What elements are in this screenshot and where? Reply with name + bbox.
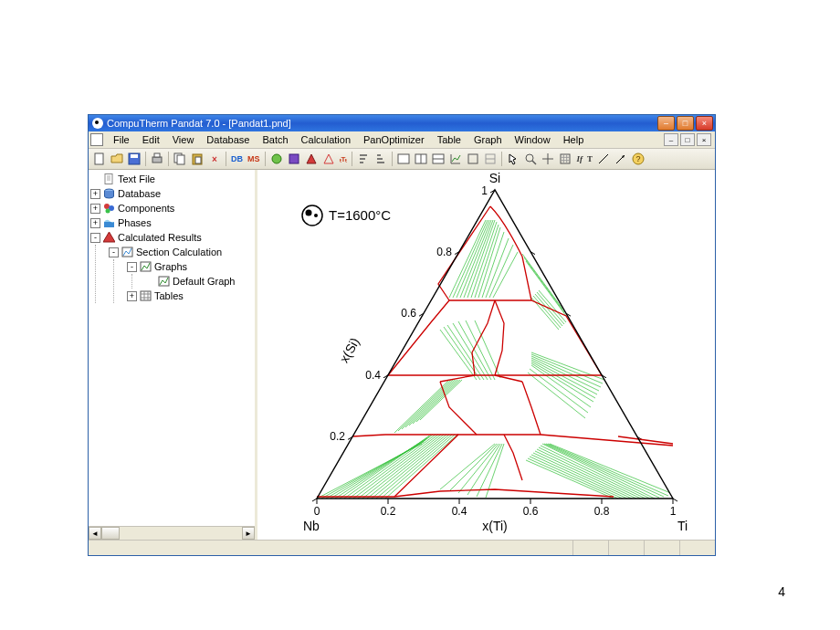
if-button[interactable]: If [574, 151, 584, 167]
svg-rect-6 [177, 155, 184, 164]
mdi-maximize-button[interactable]: □ [680, 133, 695, 146]
grid-icon[interactable] [557, 151, 573, 167]
svg-text:0.8: 0.8 [594, 505, 610, 518]
expand-icon[interactable]: + [90, 218, 100, 228]
menu-batch[interactable]: Batch [256, 133, 294, 146]
window-icon-1[interactable] [395, 151, 412, 167]
menu-window[interactable]: Window [509, 133, 557, 146]
chart-pane[interactable]: T=1600°C Si Nb Ti x(Ti) x(Si) [257, 170, 715, 540]
mdi-close-button[interactable]: × [697, 133, 711, 146]
tree-pane[interactable]: Text File + Database + Components + Phas… [89, 170, 257, 540]
collapse-icon[interactable]: - [127, 262, 137, 272]
svg-rect-3 [152, 157, 162, 163]
menu-help[interactable]: Help [557, 133, 591, 146]
help-icon[interactable]: ? [630, 151, 646, 167]
components-icon [103, 203, 115, 214]
t-button[interactable]: T [585, 151, 594, 167]
sort-icon[interactable] [355, 151, 372, 167]
svg-rect-28 [105, 174, 112, 184]
window-icon-2[interactable] [413, 151, 429, 167]
paste-icon[interactable] [189, 151, 205, 167]
collapse-icon[interactable]: - [109, 247, 119, 257]
svg-line-103 [449, 444, 497, 491]
tree-label: Phases [118, 217, 152, 228]
tree-node-section-calculation[interactable]: - Section Calculation [109, 245, 255, 259]
maximize-button[interactable]: □ [677, 116, 694, 131]
svg-line-113 [413, 380, 458, 424]
tree-node-phases[interactable]: + Phases [90, 215, 255, 230]
svg-line-78 [344, 435, 433, 499]
tree-node-default-graph[interactable]: Default Graph [145, 274, 255, 289]
svg-line-145 [524, 257, 564, 312]
expand-icon[interactable]: + [90, 204, 100, 214]
app-icon [92, 118, 103, 129]
page-number: 4 [778, 584, 785, 599]
tree-node-database[interactable]: + Database [90, 186, 255, 201]
tree-node-calculated-results[interactable]: - Calculated Results [90, 230, 255, 245]
tree-node-tables[interactable]: + Tables [127, 289, 255, 303]
svg-rect-40 [141, 291, 151, 300]
vertex-ti: Ti [677, 519, 688, 533]
db-button[interactable]: DB [229, 151, 245, 167]
calc-icon-4[interactable] [320, 151, 337, 167]
tree-horizontal-scrollbar[interactable]: ◄ ► [89, 526, 255, 540]
scroll-thumb[interactable] [101, 527, 120, 540]
scroll-left-icon[interactable]: ◄ [89, 527, 101, 540]
menu-file[interactable]: File [107, 133, 136, 146]
file-icon [103, 173, 115, 184]
svg-rect-36 [104, 222, 114, 227]
collapse-icon[interactable]: - [90, 233, 100, 243]
zoom-icon[interactable] [522, 151, 539, 167]
menu-view[interactable]: View [166, 133, 201, 146]
sort-desc-icon[interactable] [373, 151, 389, 167]
tree-node-components[interactable]: + Components [90, 201, 255, 215]
svg-line-129 [460, 220, 491, 298]
arrow-icon[interactable] [613, 151, 629, 167]
title-bar[interactable]: CompuTherm Pandat 7.0 - [Pandat1.pnd] – … [89, 115, 715, 131]
expand-icon[interactable]: + [127, 291, 137, 301]
close-button[interactable]: × [696, 116, 713, 131]
tree-node-graphs[interactable]: - Graphs [127, 259, 255, 274]
client-area: Text File + Database + Components + Phas… [89, 170, 715, 540]
menu-edit[interactable]: Edit [136, 133, 166, 146]
svg-line-118 [531, 356, 601, 387]
chart-icon-3[interactable] [482, 151, 499, 167]
expand-icon[interactable]: + [90, 189, 100, 199]
pointer-icon[interactable] [505, 151, 521, 167]
chart-icon-2[interactable] [465, 151, 481, 167]
menu-table[interactable]: Table [431, 133, 467, 146]
menu-database[interactable]: Database [200, 133, 256, 146]
database-icon [103, 188, 115, 199]
svg-line-104 [458, 444, 499, 493]
delete-icon[interactable]: × [206, 151, 223, 167]
svg-line-20 [532, 161, 536, 164]
calc-icon-2[interactable] [286, 151, 302, 167]
phases-icon [103, 217, 115, 228]
print-icon[interactable] [149, 151, 165, 167]
open-icon[interactable] [109, 151, 125, 167]
chart-icon-1[interactable] [447, 151, 464, 167]
mdi-minimize-button[interactable]: – [664, 133, 678, 146]
menu-calculation[interactable]: Calculation [295, 133, 357, 146]
svg-text:0.6: 0.6 [401, 307, 416, 320]
ms-button[interactable]: MS [246, 151, 262, 167]
tt-button[interactable]: ₜTₜ [338, 151, 350, 167]
calc-icon-3[interactable] [303, 151, 320, 167]
line-icon[interactable] [595, 151, 612, 167]
svg-line-24 [599, 154, 608, 163]
svg-line-89 [548, 444, 668, 496]
svg-text:?: ? [635, 154, 640, 163]
tree-node-text-file[interactable]: Text File [90, 172, 255, 186]
scroll-right-icon[interactable]: ► [242, 527, 255, 540]
save-icon[interactable] [126, 151, 142, 167]
crosshair-icon[interactable] [540, 151, 556, 167]
copy-icon[interactable] [172, 151, 188, 167]
menu-panoptimizer[interactable]: PanOptimizer [357, 133, 431, 146]
window-icon-3[interactable] [430, 151, 446, 167]
new-icon[interactable] [91, 151, 108, 167]
svg-line-109 [398, 380, 451, 431]
menu-graph[interactable]: Graph [467, 133, 509, 146]
calc-icon-1[interactable] [268, 151, 285, 167]
svg-rect-11 [398, 154, 409, 163]
minimize-button[interactable]: – [657, 116, 675, 131]
